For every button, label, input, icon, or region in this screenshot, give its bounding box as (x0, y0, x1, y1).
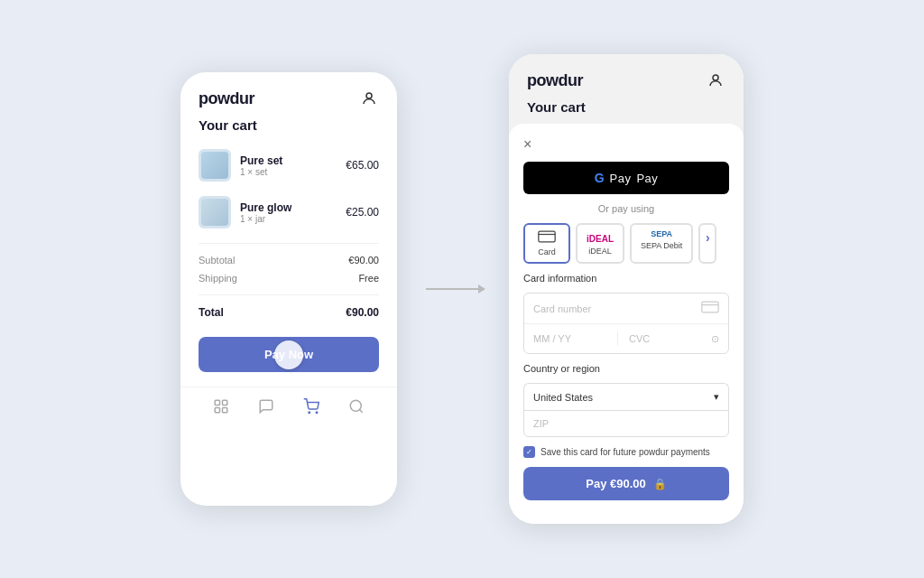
gpay-suffix: Pay (636, 172, 658, 185)
card-expiry-cvc-row[interactable]: MM / YY CVC ⊙ (524, 324, 728, 353)
total-label: Total (199, 306, 224, 319)
subtotal-label: Subtotal (199, 255, 235, 266)
svg-rect-4 (223, 408, 227, 413)
lock-icon: 🔒 (653, 478, 667, 490)
save-card-label: Save this card for future powdur payment… (541, 447, 710, 457)
right-screen-bg: powdur Your cart × G Pay Pay Or pay usin… (509, 54, 744, 524)
zip-input[interactable]: ZIP (523, 410, 729, 437)
pay-now-button[interactable]: Pay Now (199, 337, 379, 372)
pay-button-right[interactable]: Pay €90.00 🔒 (523, 467, 729, 500)
cart-item-sub-2: 1 × jar (240, 214, 337, 224)
sepa-tab-label: SEPA Debit (641, 241, 682, 250)
svg-rect-12 (702, 302, 718, 312)
sepa-tab-icon: SEPA (651, 230, 672, 239)
cart-item-info-1: Pure set 1 × set (240, 154, 337, 177)
card-tab-icon (538, 230, 556, 246)
subtotal-row: Subtotal €90.00 (180, 251, 397, 269)
payment-tab-ideal[interactable]: iDEAL iDEAL (576, 223, 624, 264)
cart-item-price-1: €65.00 (346, 159, 379, 172)
svg-point-0 (366, 93, 372, 98)
country-select[interactable]: United States ▾ (523, 383, 729, 410)
close-button[interactable]: × (523, 136, 541, 153)
save-card-checkbox[interactable]: ✓ (523, 446, 535, 458)
svg-rect-3 (215, 408, 219, 413)
left-phone-frame: powdur Your cart Pure set 1 × set €65.00 (180, 72, 397, 506)
svg-point-9 (713, 75, 718, 80)
cart-item-name-2: Pure glow (240, 201, 337, 214)
cart-item-sub-1: 1 × set (240, 167, 337, 177)
payment-tab-sepa[interactable]: SEPA SEPA Debit (630, 223, 693, 264)
cvc-placeholder: CVC (629, 333, 702, 344)
cvc-icon: ⊙ (711, 333, 719, 345)
arrow-connector (426, 288, 480, 290)
svg-point-5 (309, 412, 310, 414)
brand-name-right: powdur (527, 71, 583, 90)
mm-yy-placeholder: MM / YY (533, 333, 606, 344)
cart-item-2: Pure glow 1 × jar €25.00 (180, 189, 397, 236)
divider-2 (199, 294, 379, 295)
ideal-tab-label: iDEAL (588, 247, 612, 256)
svg-rect-1 (215, 400, 219, 405)
gpay-button[interactable]: G Pay Pay (523, 162, 729, 194)
card-info-label: Card information (523, 273, 729, 284)
svg-line-8 (359, 409, 362, 412)
card-number-placeholder: Card number (533, 303, 696, 314)
slider-knob (274, 340, 303, 369)
arrow-line (426, 288, 480, 290)
user-icon-right[interactable] (706, 70, 725, 90)
cart-item-price-2: €25.00 (346, 206, 379, 219)
cart-item-1: Pure set 1 × set €65.00 (180, 142, 397, 189)
card-number-row[interactable]: Card number (524, 294, 728, 324)
pay-btn-label: Pay €90.00 (586, 477, 646, 490)
card-field-divider (617, 331, 618, 346)
total-value: €90.00 (346, 306, 379, 319)
shipping-label: Shipping (199, 273, 237, 284)
shipping-row: Shipping Free (180, 269, 397, 287)
save-card-row: ✓ Save this card for future powdur payme… (523, 446, 729, 458)
product-image-1 (199, 149, 231, 182)
svg-point-6 (316, 412, 318, 414)
svg-rect-2 (223, 400, 227, 405)
payment-tab-more[interactable]: › (698, 223, 716, 264)
brand-name-left: powdur (199, 89, 254, 108)
payment-tab-card[interactable]: Card (523, 223, 570, 264)
right-header: powdur (509, 54, 744, 99)
country-value: United States (533, 392, 593, 403)
card-fields-container: Card number MM / YY CVC ⊙ (523, 293, 729, 354)
svg-point-7 (350, 400, 361, 411)
country-region-label: Country or region (523, 363, 729, 374)
payment-modal: × G Pay Pay Or pay using (509, 124, 744, 524)
cart-title-right: Your cart (509, 99, 744, 124)
gpay-pay-label: Pay (610, 172, 632, 185)
user-icon-left[interactable] (359, 89, 379, 108)
payment-methods-container: Card iDEAL iDEAL SEPA SEPA Debit (523, 223, 729, 264)
ideal-tab-icon: iDEAL (587, 230, 614, 245)
shipping-value: Free (358, 273, 379, 284)
card-number-icon (701, 301, 719, 316)
cart-item-name-1: Pure set (240, 154, 337, 167)
subtotal-value: €90.00 (348, 255, 379, 266)
divider-1 (199, 243, 379, 244)
product-image-2 (199, 196, 231, 228)
search-nav-icon[interactable] (348, 398, 365, 419)
more-icon: › (706, 230, 710, 245)
or-using-label: Or pay using (523, 203, 729, 214)
cart-item-info-2: Pure glow 1 × jar (240, 201, 337, 224)
chat-nav-icon[interactable] (258, 398, 274, 419)
right-phone-frame: powdur Your cart × G Pay Pay Or pay usin… (509, 54, 744, 524)
svg-rect-10 (539, 231, 555, 242)
country-zip-container: United States ▾ ZIP (523, 383, 729, 437)
card-tab-label: Card (538, 247, 556, 256)
gpay-g-icon: G (595, 171, 605, 185)
chevron-down-icon: ▾ (714, 391, 719, 403)
cart-title-left: Your cart (180, 117, 397, 142)
home-nav-icon[interactable] (213, 398, 229, 419)
total-row: Total €90.00 (180, 303, 397, 322)
bottom-nav (180, 387, 397, 428)
left-header: powdur (180, 72, 397, 117)
cart-nav-icon[interactable] (303, 398, 319, 419)
